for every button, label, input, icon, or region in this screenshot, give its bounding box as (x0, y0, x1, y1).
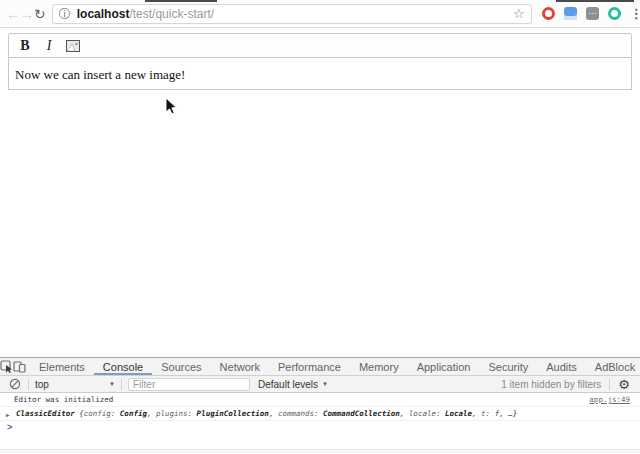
console-toolbar: top ▼ Default levels ▼ 1 item hidden by … (0, 376, 640, 393)
preview-segment: Locale (440, 409, 472, 418)
console-prompt-row[interactable]: > (0, 421, 640, 435)
preview-segment: ClassicEditor (16, 409, 75, 418)
console-message: Editor was initialized app.js:49 (0, 393, 640, 407)
preview-segment: t: (477, 409, 491, 418)
preview-segment: CommandCollection (319, 409, 400, 418)
preview-segment: plugins: (151, 409, 192, 418)
extensions-row: ⋯ (542, 7, 621, 20)
browser-toolbar: ← → ↻ ⓘ localhost/test/quick-start/ ☆ ⋯ … (0, 0, 640, 28)
tab-bar-fragment (556, 0, 634, 2)
tab-network[interactable]: Network (211, 358, 269, 375)
extension-icon-red[interactable] (542, 7, 555, 20)
settings-gear-icon[interactable]: ⚙ (618, 377, 630, 392)
preview-segment: Config (115, 409, 147, 418)
divider (609, 379, 610, 390)
url-text: localhost/test/quick-start/ (77, 7, 214, 21)
editor-paragraph[interactable]: Now we can insert a new image! (15, 67, 625, 83)
console-message: ▶ ClassicEditor {config: Config, plugins… (0, 407, 640, 421)
devtools-panel: Elements Console Sources Network Perform… (0, 357, 640, 454)
devtools-tab-bar: Elements Console Sources Network Perform… (0, 358, 640, 376)
source-link[interactable]: app.js:49 (589, 395, 630, 404)
chevron-down-icon: ▼ (109, 381, 115, 387)
address-bar[interactable]: ⓘ localhost/test/quick-start/ ☆ (52, 4, 532, 24)
extension-icon-green[interactable] (608, 7, 621, 20)
tab-console[interactable]: Console (94, 358, 152, 375)
expand-triangle-icon[interactable]: ▶ (6, 410, 10, 419)
image-icon (66, 40, 80, 52)
browser-window: ← → ↻ ⓘ localhost/test/quick-start/ ☆ ⋯ … (0, 0, 640, 454)
console-messages: Editor was initialized app.js:49 ▶ Class… (0, 393, 640, 454)
editor-toolbar: B I (8, 33, 632, 58)
preview-segment: f (490, 409, 499, 418)
bold-button[interactable]: B (15, 36, 35, 56)
preview-segment: , …} (499, 409, 517, 418)
console-message-text: Editor was initialized (14, 395, 113, 404)
console-input[interactable] (18, 424, 626, 433)
url-domain: localhost (77, 7, 130, 21)
browser-menu-icon[interactable]: ⋮ (630, 6, 640, 21)
tab-security[interactable]: Security (479, 358, 537, 375)
tab-elements[interactable]: Elements (30, 358, 94, 375)
chevron-down-icon: ▼ (322, 381, 328, 387)
forward-icon: → (20, 6, 34, 22)
url-path: /test/quick-start/ (129, 7, 214, 21)
filter-input[interactable] (128, 378, 250, 391)
preview-segment: commands: (273, 409, 318, 418)
italic-button[interactable]: I (39, 36, 59, 56)
tab-adblock[interactable]: AdBlock (586, 358, 640, 375)
log-levels-label: Default levels (258, 379, 318, 390)
back-button[interactable]: ← (6, 4, 20, 24)
tab-audits[interactable]: Audits (537, 358, 586, 375)
back-icon: ← (6, 6, 20, 22)
bookmark-star-icon[interactable]: ☆ (513, 7, 525, 20)
tab-memory[interactable]: Memory (350, 358, 408, 375)
forward-button[interactable]: → (20, 4, 34, 24)
insert-image-button[interactable] (63, 36, 83, 56)
status-bar (0, 449, 640, 454)
refresh-icon: ↻ (34, 6, 46, 22)
editor-content[interactable]: Now we can insert a new image! (8, 58, 632, 90)
tab-sources[interactable]: Sources (152, 358, 210, 375)
inspect-element-icon[interactable] (0, 358, 13, 375)
context-selector[interactable]: top ▼ (35, 379, 115, 390)
refresh-button[interactable]: ↻ (34, 4, 46, 24)
tab-performance[interactable]: Performance (269, 358, 350, 375)
preview-segment: { (75, 409, 84, 418)
preview-segment: PluginCollection (192, 409, 269, 418)
rich-text-editor: B I Now we can insert a new image! (8, 33, 632, 90)
object-preview: ClassicEditor {config: Config, plugins: … (16, 409, 517, 418)
log-levels-selector[interactable]: Default levels ▼ (258, 379, 328, 390)
tab-bar-fragment (145, 0, 217, 2)
preview-segment: locale: (404, 409, 440, 418)
info-icon[interactable]: ⓘ (59, 8, 71, 20)
tab-application[interactable]: Application (408, 358, 480, 375)
extension-icon-blue[interactable] (564, 7, 577, 20)
context-selector-label: top (35, 379, 49, 390)
divider (121, 379, 122, 390)
hidden-items-note: 1 item hidden by filters (501, 379, 601, 390)
device-toolbar-icon[interactable] (13, 358, 26, 375)
page-content: B I Now we can insert a new image! (0, 28, 640, 357)
console-prompt-icon: > (7, 423, 12, 432)
clear-console-icon[interactable] (4, 378, 26, 390)
mouse-cursor (165, 97, 178, 116)
extension-icon-gray[interactable]: ⋯ (586, 7, 599, 20)
divider (28, 379, 29, 390)
preview-segment: config: (84, 409, 116, 418)
